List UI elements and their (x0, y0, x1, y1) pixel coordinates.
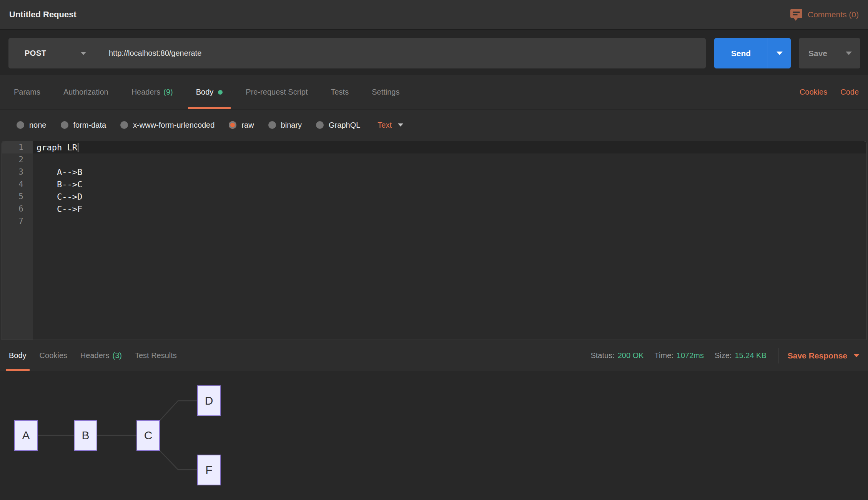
radio-icon (61, 121, 68, 129)
line-number: 4 (2, 178, 33, 190)
raw-format-value: Text (377, 121, 392, 130)
request-title: Untitled Request (9, 10, 76, 20)
graph-node-f: F (197, 455, 221, 485)
editor-line: 4 B-->C (2, 178, 866, 190)
body-mode-binary[interactable]: binary (268, 121, 302, 130)
send-button[interactable]: Send (714, 38, 791, 68)
save-options-arrow[interactable] (837, 38, 860, 68)
code-text (33, 153, 866, 166)
comments-label: Comments (0) (808, 10, 859, 19)
body-mode-graphql[interactable]: GraphQL (316, 121, 360, 130)
response-headers-count: (3) (112, 351, 121, 360)
tab-tests[interactable]: Tests (319, 75, 360, 109)
response-tab-test-results[interactable]: Test Results (128, 340, 183, 371)
save-button[interactable]: Save (799, 38, 860, 68)
save-label[interactable]: Save (799, 38, 837, 68)
tab-pre-request-script[interactable]: Pre-request Script (234, 75, 319, 109)
tab-params[interactable]: Params (2, 75, 52, 109)
line-number: 3 (2, 166, 33, 178)
line-number: 1 (2, 141, 33, 153)
code-text: graph LR (37, 143, 77, 152)
chevron-down-icon (853, 354, 860, 357)
radio-icon (316, 121, 324, 129)
editor-line: 1 graph LR (2, 141, 866, 153)
url-input[interactable] (97, 38, 706, 68)
status-value: 200 OK (618, 351, 644, 360)
graph-node-b: B (74, 420, 97, 451)
save-response-button[interactable]: Save Response (788, 351, 860, 360)
editor-line: 2 (2, 153, 866, 166)
editor-line: 5 C-->D (2, 190, 866, 203)
code-editor[interactable]: 1 graph LR 2 3 A-->B 4 B-->C 5 C-->D 6 C… (2, 141, 866, 340)
body-mode-x-www-form-urlencoded[interactable]: x-www-form-urlencoded (120, 121, 215, 130)
code-link[interactable]: Code (840, 88, 859, 97)
text-cursor (78, 143, 78, 152)
divider (778, 348, 778, 363)
code-text: B-->C (33, 178, 866, 190)
url-box: POST (8, 38, 706, 68)
code-text: A-->B (33, 166, 866, 178)
line-number: 5 (2, 190, 33, 203)
code-text: C-->F (33, 203, 866, 215)
tab-body[interactable]: Body (185, 75, 234, 109)
size-value: 15.24 KB (735, 351, 766, 360)
request-body-editor-section: 1 graph LR 2 3 A-->B 4 B-->C 5 C-->D 6 C… (0, 140, 868, 340)
body-mode-raw[interactable]: raw (229, 121, 254, 130)
line-number: 2 (2, 153, 33, 166)
body-mode-form-data[interactable]: form-data (61, 121, 106, 130)
tab-headers[interactable]: Headers (9) (120, 75, 185, 109)
method-label: POST (25, 49, 46, 58)
radio-icon (120, 121, 128, 129)
headers-count: (9) (163, 88, 173, 97)
editor-line: 7 (2, 215, 866, 227)
line-number: 6 (2, 203, 33, 215)
code-text: C-->D (33, 190, 866, 203)
comment-icon (790, 9, 802, 20)
send-label[interactable]: Send (714, 38, 768, 68)
radio-selected-icon (229, 121, 236, 129)
request-row: POST Send Save (0, 31, 868, 75)
radio-icon (268, 121, 276, 129)
graph-node-c: C (136, 420, 160, 451)
body-mode-none[interactable]: none (17, 121, 47, 130)
comments-button[interactable]: Comments (0) (790, 9, 859, 20)
request-tabs-bar: Params Authorization Headers (9) Body Pr… (0, 75, 868, 110)
response-tab-cookies[interactable]: Cookies (33, 340, 74, 371)
radio-icon (17, 121, 24, 129)
graph-node-a: A (14, 420, 38, 451)
tab-settings[interactable]: Settings (360, 75, 411, 109)
body-mode-bar: none form-data x-www-form-urlencoded raw… (0, 110, 868, 140)
response-body-preview: A B C D F (0, 371, 868, 500)
response-tab-headers[interactable]: Headers (3) (74, 340, 128, 371)
body-has-content-dot (218, 90, 223, 95)
method-select[interactable]: POST (8, 38, 97, 68)
tab-authorization[interactable]: Authorization (52, 75, 120, 109)
time-label: Time: (655, 351, 673, 360)
response-tab-body[interactable]: Body (2, 340, 33, 371)
chevron-down-icon (81, 52, 86, 55)
response-header: Body Cookies Headers (3) Test Results St… (0, 340, 868, 371)
size-label: Size: (715, 351, 732, 360)
graph-node-d: D (197, 385, 221, 416)
cookies-link[interactable]: Cookies (800, 88, 827, 97)
response-meta: Status: 200 OK Time: 1072ms Size: 15.24 … (590, 340, 868, 371)
top-bar: Untitled Request Comments (0) (0, 0, 868, 30)
line-number: 7 (2, 215, 33, 227)
graph-edges (0, 371, 868, 500)
editor-line: 3 A-->B (2, 166, 866, 178)
code-text (33, 215, 866, 227)
time-value: 1072ms (677, 351, 704, 360)
raw-format-select[interactable]: Text (377, 121, 403, 130)
chevron-down-icon (777, 52, 783, 55)
send-options-arrow[interactable] (768, 38, 791, 68)
editor-line: 6 C-->F (2, 203, 866, 215)
status-label: Status: (590, 351, 614, 360)
chevron-down-icon (846, 52, 852, 55)
chevron-down-icon (398, 123, 403, 127)
